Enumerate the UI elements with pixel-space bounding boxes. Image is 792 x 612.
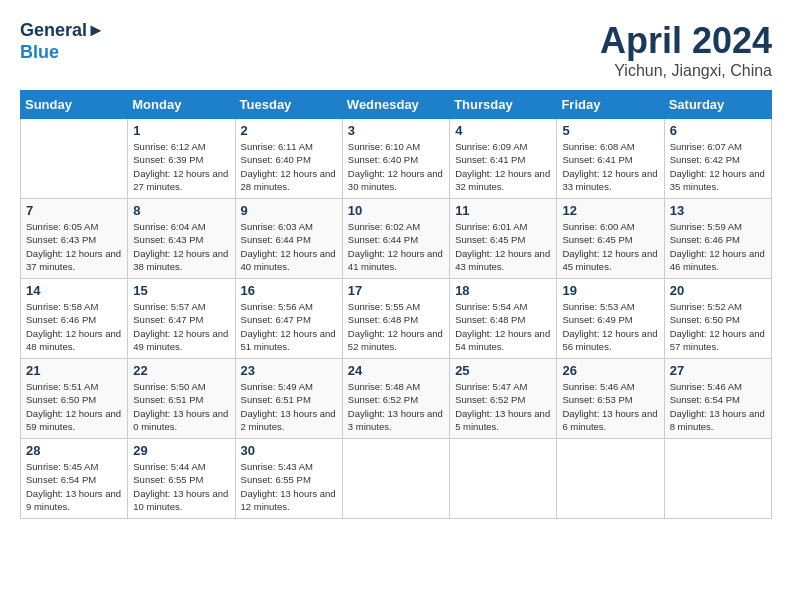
calendar-cell: 9Sunrise: 6:03 AM Sunset: 6:44 PM Daylig…	[235, 199, 342, 279]
calendar-cell	[21, 119, 128, 199]
month-title: April 2024	[600, 20, 772, 62]
day-number: 30	[241, 443, 337, 458]
weekday-header-saturday: Saturday	[664, 91, 771, 119]
day-number: 8	[133, 203, 229, 218]
day-number: 6	[670, 123, 766, 138]
logo-blue: Blue	[20, 42, 59, 62]
day-info: Sunrise: 5:55 AM Sunset: 6:48 PM Dayligh…	[348, 300, 444, 353]
calendar-cell: 8Sunrise: 6:04 AM Sunset: 6:43 PM Daylig…	[128, 199, 235, 279]
day-number: 7	[26, 203, 122, 218]
week-row-3: 14Sunrise: 5:58 AM Sunset: 6:46 PM Dayli…	[21, 279, 772, 359]
calendar-cell: 21Sunrise: 5:51 AM Sunset: 6:50 PM Dayli…	[21, 359, 128, 439]
day-info: Sunrise: 5:50 AM Sunset: 6:51 PM Dayligh…	[133, 380, 229, 433]
day-info: Sunrise: 6:09 AM Sunset: 6:41 PM Dayligh…	[455, 140, 551, 193]
calendar-cell: 27Sunrise: 5:46 AM Sunset: 6:54 PM Dayli…	[664, 359, 771, 439]
day-number: 3	[348, 123, 444, 138]
day-info: Sunrise: 5:58 AM Sunset: 6:46 PM Dayligh…	[26, 300, 122, 353]
day-number: 20	[670, 283, 766, 298]
day-info: Sunrise: 6:12 AM Sunset: 6:39 PM Dayligh…	[133, 140, 229, 193]
day-info: Sunrise: 5:49 AM Sunset: 6:51 PM Dayligh…	[241, 380, 337, 433]
calendar-cell: 17Sunrise: 5:55 AM Sunset: 6:48 PM Dayli…	[342, 279, 449, 359]
day-number: 16	[241, 283, 337, 298]
calendar-cell: 11Sunrise: 6:01 AM Sunset: 6:45 PM Dayli…	[450, 199, 557, 279]
day-info: Sunrise: 6:02 AM Sunset: 6:44 PM Dayligh…	[348, 220, 444, 273]
calendar-cell: 26Sunrise: 5:46 AM Sunset: 6:53 PM Dayli…	[557, 359, 664, 439]
calendar-cell: 5Sunrise: 6:08 AM Sunset: 6:41 PM Daylig…	[557, 119, 664, 199]
day-number: 2	[241, 123, 337, 138]
week-row-1: 1Sunrise: 6:12 AM Sunset: 6:39 PM Daylig…	[21, 119, 772, 199]
weekday-header-friday: Friday	[557, 91, 664, 119]
title-area: April 2024 Yichun, Jiangxi, China	[600, 20, 772, 80]
day-number: 13	[670, 203, 766, 218]
calendar-table: SundayMondayTuesdayWednesdayThursdayFrid…	[20, 90, 772, 519]
day-info: Sunrise: 6:10 AM Sunset: 6:40 PM Dayligh…	[348, 140, 444, 193]
day-number: 23	[241, 363, 337, 378]
location: Yichun, Jiangxi, China	[600, 62, 772, 80]
calendar-cell: 10Sunrise: 6:02 AM Sunset: 6:44 PM Dayli…	[342, 199, 449, 279]
day-number: 15	[133, 283, 229, 298]
calendar-cell: 30Sunrise: 5:43 AM Sunset: 6:55 PM Dayli…	[235, 439, 342, 519]
calendar-cell: 28Sunrise: 5:45 AM Sunset: 6:54 PM Dayli…	[21, 439, 128, 519]
logo: General► Blue	[20, 20, 105, 63]
calendar-cell	[342, 439, 449, 519]
day-info: Sunrise: 5:46 AM Sunset: 6:53 PM Dayligh…	[562, 380, 658, 433]
day-number: 9	[241, 203, 337, 218]
calendar-cell: 13Sunrise: 5:59 AM Sunset: 6:46 PM Dayli…	[664, 199, 771, 279]
calendar-cell: 23Sunrise: 5:49 AM Sunset: 6:51 PM Dayli…	[235, 359, 342, 439]
day-number: 17	[348, 283, 444, 298]
day-info: Sunrise: 6:01 AM Sunset: 6:45 PM Dayligh…	[455, 220, 551, 273]
weekday-header-thursday: Thursday	[450, 91, 557, 119]
day-number: 14	[26, 283, 122, 298]
day-number: 27	[670, 363, 766, 378]
calendar-cell: 2Sunrise: 6:11 AM Sunset: 6:40 PM Daylig…	[235, 119, 342, 199]
calendar-cell: 22Sunrise: 5:50 AM Sunset: 6:51 PM Dayli…	[128, 359, 235, 439]
day-number: 22	[133, 363, 229, 378]
day-number: 4	[455, 123, 551, 138]
day-number: 25	[455, 363, 551, 378]
calendar-cell: 4Sunrise: 6:09 AM Sunset: 6:41 PM Daylig…	[450, 119, 557, 199]
day-info: Sunrise: 6:05 AM Sunset: 6:43 PM Dayligh…	[26, 220, 122, 273]
weekday-header-tuesday: Tuesday	[235, 91, 342, 119]
calendar-cell: 18Sunrise: 5:54 AM Sunset: 6:48 PM Dayli…	[450, 279, 557, 359]
day-number: 12	[562, 203, 658, 218]
calendar-cell	[557, 439, 664, 519]
week-row-4: 21Sunrise: 5:51 AM Sunset: 6:50 PM Dayli…	[21, 359, 772, 439]
week-row-5: 28Sunrise: 5:45 AM Sunset: 6:54 PM Dayli…	[21, 439, 772, 519]
day-info: Sunrise: 5:46 AM Sunset: 6:54 PM Dayligh…	[670, 380, 766, 433]
day-info: Sunrise: 6:04 AM Sunset: 6:43 PM Dayligh…	[133, 220, 229, 273]
calendar-cell: 12Sunrise: 6:00 AM Sunset: 6:45 PM Dayli…	[557, 199, 664, 279]
day-info: Sunrise: 5:53 AM Sunset: 6:49 PM Dayligh…	[562, 300, 658, 353]
day-info: Sunrise: 6:11 AM Sunset: 6:40 PM Dayligh…	[241, 140, 337, 193]
day-number: 24	[348, 363, 444, 378]
calendar-cell: 3Sunrise: 6:10 AM Sunset: 6:40 PM Daylig…	[342, 119, 449, 199]
day-info: Sunrise: 6:03 AM Sunset: 6:44 PM Dayligh…	[241, 220, 337, 273]
day-info: Sunrise: 6:00 AM Sunset: 6:45 PM Dayligh…	[562, 220, 658, 273]
day-info: Sunrise: 5:48 AM Sunset: 6:52 PM Dayligh…	[348, 380, 444, 433]
calendar-cell: 29Sunrise: 5:44 AM Sunset: 6:55 PM Dayli…	[128, 439, 235, 519]
day-number: 21	[26, 363, 122, 378]
calendar-cell: 25Sunrise: 5:47 AM Sunset: 6:52 PM Dayli…	[450, 359, 557, 439]
calendar-cell: 15Sunrise: 5:57 AM Sunset: 6:47 PM Dayli…	[128, 279, 235, 359]
calendar-cell: 1Sunrise: 6:12 AM Sunset: 6:39 PM Daylig…	[128, 119, 235, 199]
weekday-header-wednesday: Wednesday	[342, 91, 449, 119]
calendar-cell	[664, 439, 771, 519]
day-number: 1	[133, 123, 229, 138]
day-info: Sunrise: 5:44 AM Sunset: 6:55 PM Dayligh…	[133, 460, 229, 513]
day-info: Sunrise: 5:56 AM Sunset: 6:47 PM Dayligh…	[241, 300, 337, 353]
day-info: Sunrise: 5:57 AM Sunset: 6:47 PM Dayligh…	[133, 300, 229, 353]
day-number: 10	[348, 203, 444, 218]
day-info: Sunrise: 5:43 AM Sunset: 6:55 PM Dayligh…	[241, 460, 337, 513]
calendar-cell	[450, 439, 557, 519]
day-info: Sunrise: 5:52 AM Sunset: 6:50 PM Dayligh…	[670, 300, 766, 353]
day-info: Sunrise: 5:47 AM Sunset: 6:52 PM Dayligh…	[455, 380, 551, 433]
day-number: 5	[562, 123, 658, 138]
calendar-cell: 6Sunrise: 6:07 AM Sunset: 6:42 PM Daylig…	[664, 119, 771, 199]
calendar-cell: 24Sunrise: 5:48 AM Sunset: 6:52 PM Dayli…	[342, 359, 449, 439]
calendar-cell: 20Sunrise: 5:52 AM Sunset: 6:50 PM Dayli…	[664, 279, 771, 359]
calendar-cell: 16Sunrise: 5:56 AM Sunset: 6:47 PM Dayli…	[235, 279, 342, 359]
day-info: Sunrise: 6:08 AM Sunset: 6:41 PM Dayligh…	[562, 140, 658, 193]
logo-general: General	[20, 20, 87, 40]
week-row-2: 7Sunrise: 6:05 AM Sunset: 6:43 PM Daylig…	[21, 199, 772, 279]
weekday-header-sunday: Sunday	[21, 91, 128, 119]
day-info: Sunrise: 5:45 AM Sunset: 6:54 PM Dayligh…	[26, 460, 122, 513]
